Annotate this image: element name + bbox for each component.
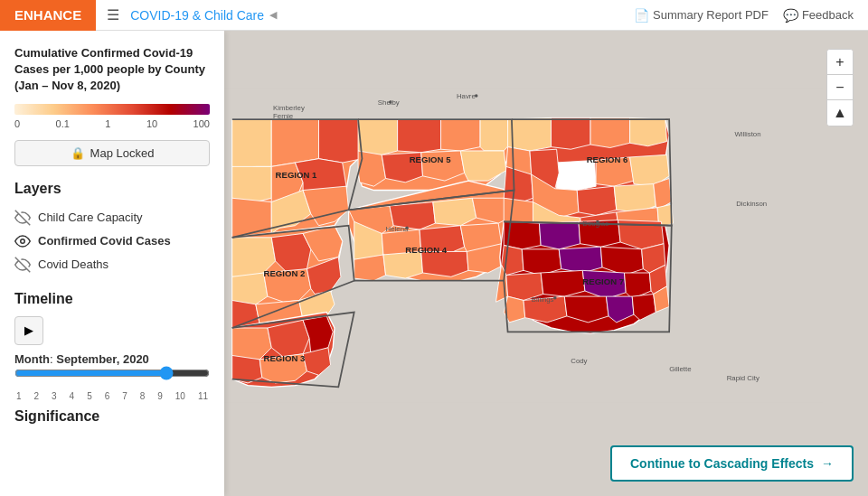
legend-label-4: 100 <box>193 118 210 129</box>
svg-marker-80 <box>559 247 602 273</box>
region2-label: REGION 2 <box>264 268 306 278</box>
svg-marker-33 <box>398 119 441 153</box>
region7-label: REGION 7 <box>582 276 624 286</box>
city-helena: Helena <box>386 225 409 233</box>
timeline-slider[interactable] <box>14 366 210 380</box>
month-label-text: Month <box>14 352 50 366</box>
svg-marker-55 <box>551 117 590 149</box>
eye-off-icon-1 <box>14 210 31 226</box>
svg-marker-54 <box>508 117 552 151</box>
significance-section-title: Significance <box>14 408 210 425</box>
breadcrumb-arrow: ◀ <box>269 9 277 21</box>
svg-point-95 <box>405 227 408 229</box>
continue-arrow: → <box>821 456 834 471</box>
eye-off-icon-2 <box>14 257 31 273</box>
feedback-label: Feedback <box>802 8 854 22</box>
region5-label: REGION 5 <box>410 154 451 164</box>
breadcrumb: COVID-19 & Child Care ◀ <box>130 8 277 23</box>
layer-covid-cases-label: Confirmed Covid Cases <box>38 234 171 248</box>
svg-marker-32 <box>358 119 398 154</box>
hamburger-menu[interactable]: ☰ <box>107 6 119 23</box>
svg-marker-65 <box>577 186 617 215</box>
svg-point-96 <box>553 296 556 299</box>
feedback-button[interactable]: 💬 Feedback <box>783 8 854 23</box>
legend-labels: 0 0.1 1 10 100 <box>14 118 210 129</box>
play-button[interactable]: ▶ <box>14 316 43 345</box>
layer-child-care-label: Child Care Capacity <box>38 211 143 224</box>
map-title: Cumulative Confirmed Covid-19 Cases per … <box>14 45 210 95</box>
gradient-bar <box>14 104 210 115</box>
legend: 0 0.1 1 10 100 <box>14 104 210 129</box>
svg-marker-57 <box>630 117 667 145</box>
svg-marker-8 <box>232 166 272 201</box>
layer-child-care[interactable]: Child Care Capacity <box>14 206 210 229</box>
zoom-reset-button[interactable]: ▲ <box>827 100 853 126</box>
summary-pdf-label: Summary Report PDF <box>653 8 769 22</box>
header-right: 📄 Summary Report PDF 💬 Feedback <box>634 8 868 23</box>
city-shelby: Shelby <box>378 98 400 107</box>
svg-marker-7 <box>319 119 363 163</box>
svg-point-97 <box>596 220 599 223</box>
lock-icon: 🔒 <box>71 146 85 160</box>
timeline-section-title: Timeline <box>14 291 210 307</box>
zoom-controls: + − ▲ <box>826 49 854 126</box>
region3-label: REGION 3 <box>264 353 306 363</box>
map-area: REGION 1 REGION 2 REGION 3 REGION 4 REGI… <box>224 31 868 496</box>
month-label: Month: September, 2020 <box>14 352 210 366</box>
timeline-controls: ▶ <box>14 316 210 345</box>
layers-section-title: Layers <box>14 181 210 197</box>
svg-marker-5 <box>232 119 272 171</box>
city-dickinson: Dickinson <box>736 200 767 208</box>
side-panel: Cumulative Confirmed Covid-19 Cases per … <box>0 31 224 496</box>
city-havre: Havre <box>457 92 476 100</box>
document-icon: 📄 <box>634 8 649 23</box>
legend-label-2: 1 <box>105 118 110 129</box>
city-williston: Williston <box>734 130 760 138</box>
city-billings: Billings <box>532 295 554 304</box>
layers-list: Child Care Capacity Confirmed Covid Case… <box>14 206 210 276</box>
layer-covid-deaths-label: Covid Deaths <box>38 257 108 271</box>
header: ENHANCE ☰ COVID-19 & Child Care ◀ 📄 Summ… <box>0 0 868 31</box>
city-douglas: Douglas <box>582 220 609 228</box>
month-value: September, 2020 <box>56 352 149 366</box>
continue-label: Continue to Cascading Effects <box>630 456 814 471</box>
map-locked-label: Map Locked <box>90 146 155 160</box>
breadcrumb-app[interactable]: COVID-19 & Child Care <box>130 8 264 23</box>
svg-marker-49 <box>354 255 386 281</box>
layer-covid-cases[interactable]: Confirmed Covid Cases <box>14 229 210 253</box>
slider-container <box>14 366 210 384</box>
city-fernie: Fernie <box>273 112 293 120</box>
svg-marker-75 <box>539 221 580 248</box>
svg-point-99 <box>475 94 477 97</box>
slider-ticks: 12345 67891011 <box>14 391 210 401</box>
city-kimberley: Kimberley <box>273 104 305 112</box>
chat-icon: 💬 <box>783 8 798 23</box>
svg-marker-58 <box>555 160 596 190</box>
svg-point-98 <box>389 100 392 103</box>
eye-icon <box>14 233 31 249</box>
zoom-out-button[interactable]: − <box>827 75 853 100</box>
continue-cascading-effects-button[interactable]: Continue to Cascading Effects → <box>610 445 854 482</box>
svg-marker-66 <box>614 184 656 212</box>
svg-marker-34 <box>441 119 481 151</box>
city-cody: Cody <box>571 357 587 365</box>
svg-marker-51 <box>421 251 468 276</box>
legend-label-0: 0 <box>14 118 20 129</box>
layer-covid-deaths[interactable]: Covid Deaths <box>14 253 210 276</box>
svg-marker-85 <box>541 270 585 296</box>
region4-label: REGION 4 <box>405 245 447 255</box>
zoom-in-button[interactable]: + <box>827 50 853 75</box>
montana-map-svg: REGION 1 REGION 2 REGION 3 REGION 4 REGI… <box>224 40 823 451</box>
summary-pdf-button[interactable]: 📄 Summary Report PDF <box>634 8 769 23</box>
region1-label: REGION 1 <box>276 170 317 180</box>
svg-marker-56 <box>590 117 630 147</box>
city-gillette: Gillette <box>669 365 691 373</box>
enhance-logo: ENHANCE <box>0 0 96 31</box>
map-locked-button[interactable]: 🔒 Map Locked <box>14 140 210 166</box>
legend-label-1: 0.1 <box>56 118 70 129</box>
legend-label-3: 10 <box>146 118 157 129</box>
svg-marker-50 <box>383 251 423 278</box>
region6-label: REGION 6 <box>587 154 628 164</box>
city-rapid-city: Rapid City <box>727 374 760 382</box>
svg-point-1 <box>21 239 25 243</box>
